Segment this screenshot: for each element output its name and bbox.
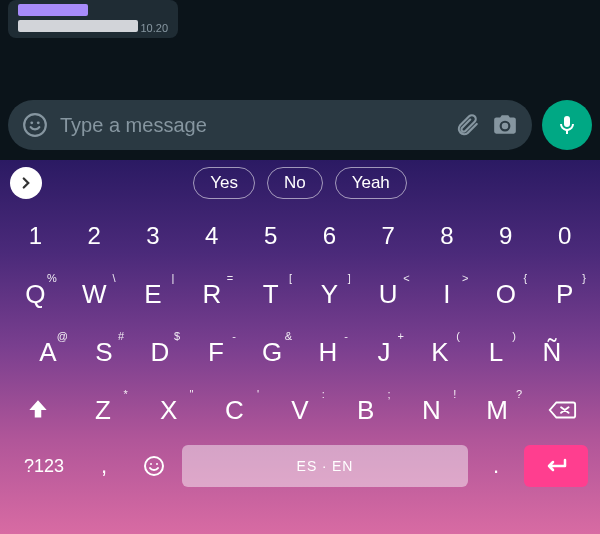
svg-point-1	[30, 121, 33, 124]
symbols-key[interactable]: ?123	[12, 445, 76, 487]
shift-key[interactable]	[6, 397, 70, 423]
key-n[interactable]: N!	[399, 384, 465, 436]
key-i[interactable]: I>	[418, 268, 477, 320]
key-f[interactable]: F-	[188, 326, 244, 378]
key-j[interactable]: J+	[356, 326, 412, 378]
key-rows: 1 2 3 4 5 6 7 8 9 0 Q% W\ E| R= T[ Y] U<…	[0, 206, 600, 490]
key-6[interactable]: 6	[300, 210, 359, 262]
key-e[interactable]: E|	[124, 268, 183, 320]
emoji-key[interactable]	[132, 445, 176, 487]
backspace-key[interactable]	[530, 398, 594, 422]
message-time: 10.20	[140, 22, 168, 34]
key-0[interactable]: 0	[535, 210, 594, 262]
attach-icon[interactable]	[454, 112, 480, 138]
key-w[interactable]: W\	[65, 268, 124, 320]
suggestion-chip[interactable]: No	[267, 167, 323, 199]
message-bubble[interactable]: 10.20	[8, 0, 178, 38]
key-c[interactable]: C'	[201, 384, 267, 436]
key-2[interactable]: 2	[65, 210, 124, 262]
key-u[interactable]: U<	[359, 268, 418, 320]
key-x[interactable]: X"	[136, 384, 202, 436]
key-p[interactable]: P}	[535, 268, 594, 320]
key-t[interactable]: T[	[241, 268, 300, 320]
letter-row-2: A@ S# D$ F- G& H- J+ K( L) Ñ	[6, 326, 594, 378]
period-key[interactable]: .	[474, 445, 518, 487]
space-key[interactable]: ES · EN	[182, 445, 468, 487]
svg-point-0	[24, 114, 46, 136]
expand-button[interactable]	[10, 167, 42, 199]
enter-key[interactable]	[524, 445, 588, 487]
emoji-icon[interactable]	[22, 112, 48, 138]
key-l[interactable]: L)	[468, 326, 524, 378]
key-4[interactable]: 4	[182, 210, 241, 262]
key-s[interactable]: S#	[76, 326, 132, 378]
letter-row-1: Q% W\ E| R= T[ Y] U< I> O{ P}	[6, 268, 594, 320]
redacted-text	[18, 4, 88, 16]
camera-icon[interactable]	[492, 112, 518, 138]
key-1[interactable]: 1	[6, 210, 65, 262]
key-8[interactable]: 8	[418, 210, 477, 262]
key-m[interactable]: M?	[464, 384, 530, 436]
message-input-box[interactable]: Type a message	[8, 100, 532, 150]
comma-key[interactable]: ,	[82, 445, 126, 487]
key-z[interactable]: Z*	[70, 384, 136, 436]
key-3[interactable]: 3	[124, 210, 183, 262]
svg-point-3	[145, 457, 163, 475]
key-a[interactable]: A@	[20, 326, 76, 378]
key-5[interactable]: 5	[241, 210, 300, 262]
svg-point-2	[37, 121, 40, 124]
suggestion-chip[interactable]: Yes	[193, 167, 255, 199]
svg-point-4	[150, 463, 152, 465]
redacted-text	[18, 20, 138, 32]
key-v[interactable]: V:	[267, 384, 333, 436]
mic-button[interactable]	[542, 100, 592, 150]
key-o[interactable]: O{	[476, 268, 535, 320]
suggestion-chip[interactable]: Yeah	[335, 167, 407, 199]
number-row: 1 2 3 4 5 6 7 8 9 0	[6, 210, 594, 262]
key-q[interactable]: Q%	[6, 268, 65, 320]
key-9[interactable]: 9	[476, 210, 535, 262]
suggestion-row: Yes No Yeah	[0, 160, 600, 206]
chat-area: 10.20 Type a message	[0, 0, 600, 160]
key-g[interactable]: G&	[244, 326, 300, 378]
keyboard: Yes No Yeah 1 2 3 4 5 6 7 8 9 0 Q% W\ E|…	[0, 160, 600, 534]
key-b[interactable]: B;	[333, 384, 399, 436]
key-enye[interactable]: Ñ	[524, 326, 580, 378]
key-d[interactable]: D$	[132, 326, 188, 378]
key-y[interactable]: Y]	[300, 268, 359, 320]
letter-row-3: Z* X" C' V: B; N! M?	[6, 384, 594, 436]
key-r[interactable]: R=	[182, 268, 241, 320]
bottom-row: ?123 , ES · EN .	[6, 442, 594, 490]
key-7[interactable]: 7	[359, 210, 418, 262]
message-placeholder: Type a message	[60, 114, 442, 137]
svg-point-5	[156, 463, 158, 465]
composer-row: Type a message	[8, 100, 592, 150]
key-h[interactable]: H-	[300, 326, 356, 378]
key-k[interactable]: K(	[412, 326, 468, 378]
